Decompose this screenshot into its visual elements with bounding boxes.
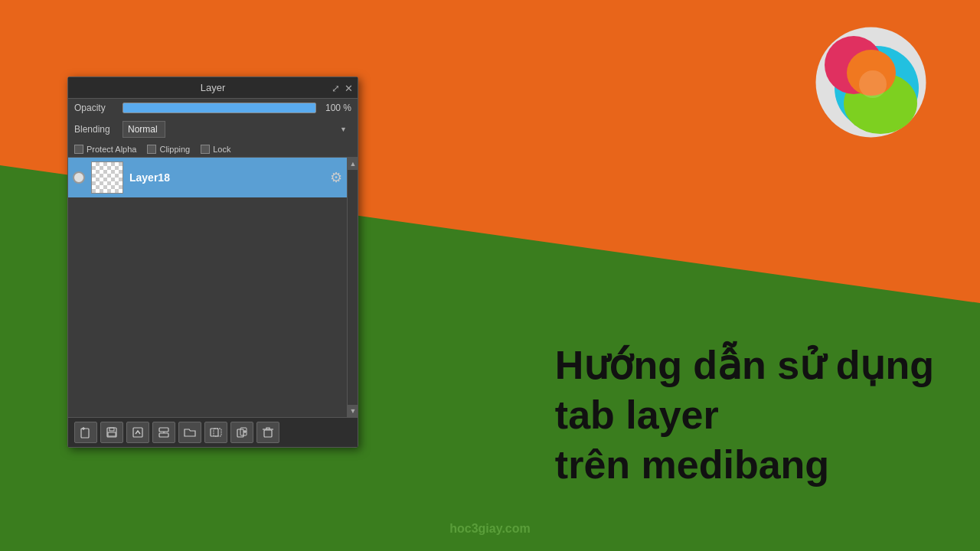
- medibang-logo: [812, 23, 934, 145]
- lock-label: Lock: [213, 145, 230, 154]
- opacity-row: Opacity 100 %: [68, 99, 358, 117]
- clipping-check[interactable]: Clipping: [147, 145, 190, 154]
- scrollbar[interactable]: ▲ ▼: [347, 158, 358, 417]
- opacity-value: 100 %: [322, 103, 351, 113]
- layer-name: Layer18: [129, 171, 324, 184]
- layer-panel: Layer ⤢ ✕ Opacity 100 % Blending Normal …: [67, 77, 358, 448]
- svg-rect-15: [159, 433, 168, 437]
- panel-toolbar: [68, 417, 358, 447]
- opacity-slider[interactable]: [122, 103, 316, 113]
- lock-checkbox[interactable]: [201, 145, 210, 154]
- layer-list-container: Layer18 ⚙ ▲ ▼: [68, 157, 358, 417]
- protect-alpha-label: Protect Alpha: [87, 145, 136, 154]
- blending-select[interactable]: Normal Multiply Screen Overlay: [122, 121, 165, 138]
- svg-rect-12: [108, 432, 116, 436]
- svg-rect-17: [211, 429, 218, 436]
- opacity-label: Opacity: [74, 103, 116, 113]
- svg-rect-7: [81, 429, 89, 438]
- delete-layer-button[interactable]: [256, 422, 279, 443]
- layer-visibility-dot[interactable]: [73, 171, 85, 184]
- layer-thumbnail: [91, 161, 123, 194]
- save-layer-button[interactable]: [100, 422, 123, 443]
- layer-list: Layer18 ⚙: [68, 158, 347, 417]
- checkboxes-row: Protect Alpha Clipping Lock: [68, 142, 358, 157]
- svg-rect-18: [214, 429, 221, 436]
- protect-alpha-checkbox[interactable]: [74, 145, 83, 154]
- panel-title-icons: ⤢ ✕: [332, 82, 353, 93]
- clipping-checkbox[interactable]: [147, 145, 156, 154]
- lock-check[interactable]: Lock: [201, 145, 230, 154]
- svg-point-5: [859, 70, 887, 98]
- expand-icon[interactable]: ⤢: [332, 82, 340, 93]
- svg-rect-14: [159, 428, 168, 432]
- panel-titlebar: Layer ⤢ ✕: [68, 77, 358, 99]
- group-button[interactable]: [204, 422, 227, 443]
- merge-button[interactable]: [152, 422, 175, 443]
- folder-button[interactable]: [178, 422, 201, 443]
- layer-settings-icon[interactable]: ⚙: [330, 169, 342, 186]
- main-content: Hướng dẫn sử dụng tab layer trên mediban…: [0, 0, 980, 551]
- website-credit: hoc3giay.com: [449, 522, 531, 536]
- move-up-button[interactable]: [126, 422, 149, 443]
- blending-label: Blending: [74, 124, 116, 135]
- clipping-label: Clipping: [159, 145, 190, 154]
- blending-select-wrapper: Normal Multiply Screen Overlay: [122, 121, 351, 138]
- svg-rect-13: [133, 428, 142, 437]
- scroll-up-button[interactable]: ▲: [348, 158, 358, 170]
- new-layer-button[interactable]: [74, 422, 97, 443]
- scroll-down-button[interactable]: ▼: [348, 405, 358, 417]
- layer-item[interactable]: Layer18 ⚙: [68, 158, 347, 197]
- svg-rect-23: [264, 430, 272, 437]
- main-heading: Hướng dẫn sử dụng tab layer trên mediban…: [555, 341, 934, 490]
- panel-title: Layer: [201, 82, 226, 93]
- close-icon[interactable]: ✕: [345, 82, 353, 93]
- protect-alpha-check[interactable]: Protect Alpha: [74, 145, 136, 154]
- copy-button[interactable]: [230, 422, 253, 443]
- blending-row: Blending Normal Multiply Screen Overlay: [68, 117, 358, 142]
